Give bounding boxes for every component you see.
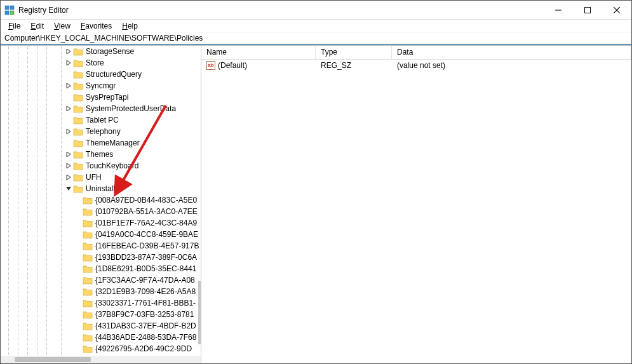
value-row[interactable]: ab(Default)REG_SZ(value not set)	[201, 60, 631, 71]
tree-item[interactable]: {1F3C3AAC-9F7A-47DA-A08	[1, 274, 201, 286]
tree-item[interactable]: Tablet PC	[1, 114, 201, 126]
tree-item[interactable]: {49226795-A2D6-49C2-9DD	[1, 343, 201, 354]
value-type-cell: REG_SZ	[316, 60, 392, 71]
chevron-right-icon[interactable]	[64, 175, 73, 180]
minimize-button[interactable]	[544, 1, 573, 20]
folder-icon	[83, 287, 93, 296]
tree-item[interactable]: {32D1E9B3-7098-4E26-A5A8	[1, 286, 201, 297]
tree-item-label: {0419A0C0-4CC8-459E-9BAE	[95, 230, 198, 239]
chevron-right-icon[interactable]	[64, 163, 73, 168]
tree-item[interactable]: {16FEBEAC-D39B-4E57-917B	[1, 240, 201, 252]
tree-pane[interactable]: StorageSenseStoreStructuredQuerySyncmgrS…	[1, 46, 201, 363]
folder-icon	[83, 196, 93, 205]
tree-item[interactable]: {01BF1E7F-76A2-4C3C-84A9	[1, 217, 201, 229]
menu-file[interactable]: File	[3, 20, 25, 32]
tree-item[interactable]: Store	[1, 57, 201, 69]
tree-item[interactable]: {44B36ADE-2488-53DA-7F68	[1, 332, 201, 343]
tree-item[interactable]: {193BDD23-87A7-389F-0C6A	[1, 252, 201, 263]
folder-icon	[73, 93, 83, 102]
tree-item[interactable]: TouchKeyboard	[1, 160, 201, 172]
tree-item-label: {44B36ADE-2488-53DA-7F68	[95, 333, 196, 342]
chevron-right-icon[interactable]	[64, 129, 73, 134]
menubar: File Edit View Favorites Help	[1, 20, 631, 32]
col-header-data[interactable]: Data	[392, 46, 631, 59]
tree-item[interactable]: {1D8E6291-B0D5-35EC-8441	[1, 263, 201, 274]
tree-item-label: {33023371-7761-4F81-BBB1-	[95, 299, 196, 307]
folder-icon	[83, 310, 93, 319]
folder-icon	[83, 299, 93, 307]
tree-horizontal-scrollbar[interactable]	[1, 356, 201, 363]
chevron-right-icon[interactable]	[64, 106, 73, 111]
tree-item-label: {37B8F9C7-03FB-3253-8781	[95, 310, 194, 319]
content-area: StorageSenseStoreStructuredQuerySyncmgrS…	[1, 45, 631, 363]
folder-icon	[73, 184, 83, 193]
regedit-icon	[4, 5, 15, 15]
close-button[interactable]	[602, 1, 631, 20]
tree-item-label: SysPrepTapi	[86, 93, 128, 102]
tree-item-label: {1D8E6291-B0D5-35EC-8441	[95, 264, 196, 273]
col-header-type[interactable]: Type	[316, 46, 392, 59]
folder-icon	[83, 276, 93, 285]
folder-icon	[83, 241, 93, 250]
tree-item[interactable]: {33023371-7761-4F81-BBB1-	[1, 297, 201, 309]
tree-item-label: StorageSense	[86, 47, 134, 56]
folder-icon	[73, 81, 83, 90]
folder-icon	[73, 173, 83, 182]
tree-item[interactable]: {010792BA-551A-3AC0-A7EE	[1, 206, 201, 217]
tree-item[interactable]: UFH	[1, 172, 201, 183]
scrollbar-thumb[interactable]	[15, 357, 91, 362]
tree-item[interactable]: SystemProtectedUserData	[1, 103, 201, 114]
chevron-down-icon[interactable]	[64, 186, 73, 191]
folder-icon	[73, 161, 83, 170]
tree-item[interactable]: Telephony	[1, 126, 201, 137]
tree-item-label: Store	[86, 58, 104, 67]
col-header-name[interactable]: Name	[201, 46, 316, 59]
chevron-right-icon[interactable]	[64, 152, 73, 157]
folder-icon	[73, 58, 83, 67]
tree-item-label: {1F3C3AAC-9F7A-47DA-A08	[95, 276, 195, 285]
tree-item-label: {193BDD23-87A7-389F-0C6A	[95, 253, 197, 262]
tree-item-label: StructuredQuery	[86, 70, 142, 79]
tree-item[interactable]: ThemeManager	[1, 137, 201, 149]
chevron-right-icon[interactable]	[64, 49, 73, 54]
tree-item-label: UFH	[86, 173, 102, 182]
folder-icon	[83, 344, 93, 353]
menu-edit[interactable]: Edit	[25, 20, 49, 32]
svg-rect-5	[585, 7, 591, 13]
tree-item[interactable]: StorageSense	[1, 46, 201, 57]
tree-item-label: ThemeManager	[86, 138, 140, 147]
tree-item-label: {32D1E9B3-7098-4E26-A5A8	[95, 287, 196, 296]
tree-item[interactable]: StructuredQuery	[1, 69, 201, 80]
menu-favorites[interactable]: Favorites	[76, 20, 117, 32]
window-title: Registry Editor	[18, 6, 69, 15]
folder-icon	[83, 333, 93, 342]
tree-item-label: Uninstall	[86, 184, 115, 193]
titlebar: Registry Editor	[1, 1, 631, 20]
tree-item-label: Tablet PC	[86, 116, 119, 125]
tree-item-label: Telephony	[86, 127, 121, 136]
folder-icon	[83, 219, 93, 227]
folder-icon	[83, 264, 93, 273]
tree-item[interactable]: {0419A0C0-4CC8-459E-9BAE	[1, 229, 201, 240]
maximize-button[interactable]	[573, 1, 602, 20]
tree-item-label: {008A97ED-0B44-483C-A5E0	[95, 196, 197, 205]
tree-item[interactable]: {37B8F9C7-03FB-3253-8781	[1, 309, 201, 320]
tree-item[interactable]: Uninstall	[1, 183, 201, 194]
address-bar[interactable]: Computer\HKEY_LOCAL_MACHINE\SOFTWARE\Pol…	[1, 32, 631, 45]
tree-item-label: SystemProtectedUserData	[86, 104, 176, 113]
chevron-right-icon[interactable]	[64, 83, 73, 88]
folder-icon	[73, 127, 83, 136]
tree-item[interactable]: Themes	[1, 149, 201, 160]
menu-view[interactable]: View	[49, 20, 76, 32]
tree-item-label: {431DAB3C-37EF-4BDF-B2D	[95, 321, 196, 330]
folder-icon	[83, 253, 93, 262]
tree-item[interactable]: {008A97ED-0B44-483C-A5E0	[1, 194, 201, 206]
splitter-handle[interactable]	[198, 281, 201, 344]
values-header: Name Type Data	[201, 46, 631, 60]
value-name-cell: ab(Default)	[201, 60, 316, 71]
tree-item[interactable]: {431DAB3C-37EF-4BDF-B2D	[1, 320, 201, 332]
chevron-right-icon[interactable]	[64, 60, 73, 65]
tree-item[interactable]: Syncmgr	[1, 80, 201, 91]
tree-item[interactable]: SysPrepTapi	[1, 91, 201, 103]
menu-help[interactable]: Help	[117, 20, 143, 32]
